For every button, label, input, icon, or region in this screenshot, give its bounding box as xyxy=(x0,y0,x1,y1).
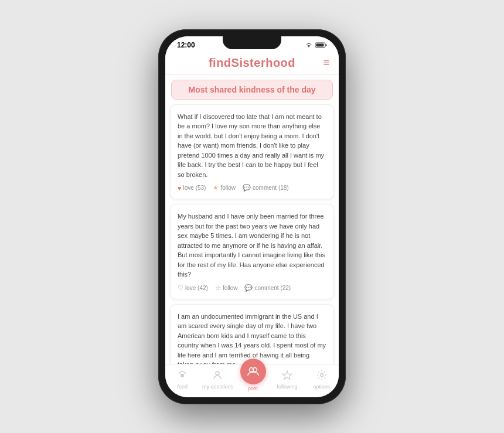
post-text-3: I am an undocumented immigrant in the US… xyxy=(178,312,326,364)
nav-feed[interactable]: feed xyxy=(168,370,197,390)
post-label: post xyxy=(248,386,258,391)
love-count-2: love (42) xyxy=(185,285,208,291)
status-bar: 12:00 xyxy=(165,36,339,52)
love-button-1[interactable]: ♥ love (53) xyxy=(178,185,206,192)
nav-post[interactable]: post xyxy=(239,368,268,391)
heart-outline-icon: ♡ xyxy=(178,284,183,292)
following-label: following xyxy=(277,384,298,390)
title-prefix: find xyxy=(209,56,231,69)
posts-scroll-area[interactable]: What if I discovered too late that I am … xyxy=(165,104,339,364)
wifi-icon xyxy=(305,42,313,48)
app-title: findSisterhood xyxy=(209,56,295,70)
love-button-2[interactable]: ♡ love (42) xyxy=(178,284,208,292)
svg-rect-1 xyxy=(326,44,327,46)
battery-icon xyxy=(315,42,327,48)
post-actions-1: ♥ love (53) ★ follow 💬 comment (18) xyxy=(178,184,326,192)
follow-button-1[interactable]: ★ follow xyxy=(213,184,236,192)
featured-title: Most shared kindness of the day xyxy=(179,85,325,94)
feed-label: feed xyxy=(178,384,188,390)
heart-filled-icon: ♥ xyxy=(178,185,182,192)
title-suffix: Sisterhood xyxy=(231,56,295,69)
svg-point-4 xyxy=(216,371,219,375)
post-card-1: What if I discovered too late that I am … xyxy=(170,104,334,200)
featured-banner: Most shared kindness of the day xyxy=(171,80,333,100)
options-icon xyxy=(316,370,327,383)
love-count-1: love (53) xyxy=(183,185,206,191)
nav-my-questions[interactable]: my questions xyxy=(202,370,233,390)
my-questions-label: my questions xyxy=(202,384,233,390)
comment-icon-2: 💬 xyxy=(244,284,253,292)
status-icons xyxy=(305,42,327,48)
post-actions-2: ♡ love (42) ☆ follow 💬 comment (22) xyxy=(178,284,326,292)
options-label: options xyxy=(313,384,330,390)
feed-icon xyxy=(177,370,188,383)
status-time: 12:00 xyxy=(177,41,195,49)
comment-count-1: comment (18) xyxy=(253,185,289,191)
star-outline-icon: ☆ xyxy=(215,284,221,292)
comment-count-2: comment (22) xyxy=(254,285,291,291)
post-card-2: My husband and I have only been married … xyxy=(170,204,334,299)
app-header: findSisterhood ≡ xyxy=(165,52,339,75)
bottom-nav: feed my questions xyxy=(165,364,339,397)
svg-point-7 xyxy=(320,373,323,376)
nav-following[interactable]: following xyxy=(273,370,302,390)
hamburger-icon[interactable]: ≡ xyxy=(323,57,329,69)
post-text-1: What if I discovered too late that I am … xyxy=(178,112,326,180)
star-filled-icon: ★ xyxy=(213,184,219,192)
follow-label-1: follow xyxy=(220,185,236,191)
post-card-3: I am an undocumented immigrant in the US… xyxy=(170,304,334,364)
phone-screen: 12:00 findSisterhood ≡ xyxy=(165,36,339,397)
my-questions-icon xyxy=(212,370,223,383)
svg-point-3 xyxy=(181,374,184,377)
comment-button-2[interactable]: 💬 comment (22) xyxy=(244,284,291,292)
follow-label-2: follow xyxy=(223,285,238,291)
post-text-2: My husband and I have only been married … xyxy=(178,212,326,279)
following-icon xyxy=(282,370,292,383)
phone-frame: 12:00 findSisterhood ≡ xyxy=(158,29,346,404)
post-circle-button[interactable] xyxy=(240,359,266,384)
nav-options[interactable]: options xyxy=(307,370,336,390)
comment-button-1[interactable]: 💬 comment (18) xyxy=(243,184,289,192)
svg-rect-2 xyxy=(316,43,324,46)
follow-button-2[interactable]: ☆ follow xyxy=(215,284,238,292)
comment-icon-1: 💬 xyxy=(243,184,251,192)
